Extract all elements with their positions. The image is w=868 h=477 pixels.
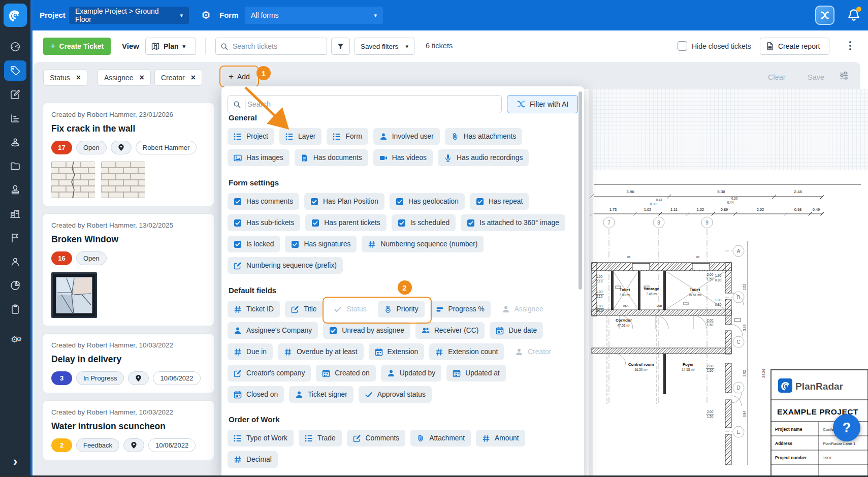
sidebar-item-contacts-icon[interactable]: [4, 251, 26, 272]
ticket-card[interactable]: Created by Robert Hammer, 10/03/2022 Del…: [43, 333, 214, 393]
clear-filters-button[interactable]: Clear: [768, 73, 786, 81]
filter-settings-sliders-icon[interactable]: [839, 71, 849, 82]
ticket-thumbnail-brick[interactable]: [101, 162, 145, 198]
sidebar-item-companies-icon[interactable]: [4, 204, 26, 224]
save-filters-button[interactable]: Save: [808, 73, 824, 81]
field-chip-numbering-sequence-prefix-[interactable]: Numbering sequence (prefix): [228, 257, 343, 274]
field-chip-numbering-sequence-number-[interactable]: Numbering sequence (number): [362, 236, 484, 252]
field-chip-has-documents[interactable]: Has documents: [295, 149, 368, 166]
saved-filters-dropdown[interactable]: Saved filters ▾: [355, 38, 414, 55]
field-chip-approval-status[interactable]: Approval status: [359, 386, 432, 403]
ticket-card[interactable]: Created by Robert Hammer, 10/03/2022 Wat…: [43, 400, 214, 460]
sidebar-item-clipboard-icon[interactable]: [4, 299, 26, 320]
field-chip-has-plan-position[interactable]: Has Plan Position: [304, 193, 384, 210]
sidebar-item-tickets-tag-icon[interactable]: [4, 60, 26, 81]
field-chip-due-in[interactable]: Due in: [228, 343, 273, 360]
field-chip-involved-user[interactable]: Involved user: [373, 128, 440, 145]
field-chip-is-attached-to-360-image[interactable]: Is attached to 360° image: [461, 214, 565, 231]
field-chip-due-date[interactable]: Due date: [490, 322, 543, 339]
field-chip-receiver-cc-[interactable]: Receiver (CC): [415, 322, 485, 339]
field-chip-project[interactable]: Project: [228, 128, 274, 145]
field-chip-is-locked[interactable]: Is locked: [228, 236, 280, 252]
field-chip-extension[interactable]: Extension: [369, 343, 425, 360]
field-chip-updated-by[interactable]: Updated by: [381, 365, 442, 381]
field-chip-updated-at[interactable]: Updated at: [446, 365, 506, 381]
field-chip-ticket-id[interactable]: Ticket ID: [228, 301, 280, 317]
field-chip-unread-by-assignee[interactable]: Unread by assignee: [323, 322, 410, 339]
filter-with-ai-button[interactable]: Filter with AI: [507, 95, 578, 113]
field-chip-created-on[interactable]: Created on: [316, 365, 375, 381]
field-chip-has-comments[interactable]: Has comments: [228, 193, 299, 210]
close-icon[interactable]: ×: [76, 73, 81, 82]
field-chip-creator-s-company[interactable]: Creator's company: [228, 365, 311, 381]
filter-chip-creator[interactable]: Creator×: [154, 69, 202, 86]
sidebar-item-forms-icon[interactable]: [4, 84, 26, 105]
sidebar-item-statistics-icon[interactable]: [4, 108, 26, 129]
ticket-card[interactable]: Created by Robert Hammer, 13/02/2025 Bro…: [43, 213, 214, 326]
more-options-kebab-icon[interactable]: [849, 40, 851, 52]
sidebar-item-pie-chart-icon[interactable]: [4, 275, 26, 296]
filter-chip-assignee[interactable]: Assignee×: [98, 69, 151, 86]
field-chip-has-repeat[interactable]: Has repeat: [470, 193, 529, 210]
ai-assistant-button[interactable]: [815, 6, 834, 25]
field-chip-progress-[interactable]: Progress %: [430, 301, 491, 317]
planradar-logo[interactable]: [4, 4, 27, 27]
close-icon[interactable]: ×: [191, 73, 196, 82]
field-chip-layer[interactable]: Layer: [279, 128, 322, 145]
field-chip-attachment[interactable]: Attachment: [410, 430, 471, 447]
ticket-card[interactable]: Created by Robert Hammer, 23/01/2026 Fix…: [43, 103, 214, 206]
project-settings-gear-icon[interactable]: ⚙: [201, 9, 211, 22]
form-dropdown[interactable]: All forms ▾: [245, 7, 383, 24]
svg-text:Control room: Control room: [628, 362, 654, 367]
hide-closed-tickets-toggle[interactable]: Hide closed tickets: [678, 41, 751, 51]
create-report-button[interactable]: Create report: [760, 38, 829, 55]
filter-search-input[interactable]: [246, 100, 482, 109]
field-chip-decimal[interactable]: Decimal: [228, 451, 278, 468]
field-chip-form[interactable]: Form: [327, 128, 368, 145]
floor-plan-viewer[interactable]: 3.965.382.480.410.300.300.441.731.021.11…: [584, 89, 868, 477]
add-filter-button[interactable]: + Add: [219, 66, 259, 87]
project-dropdown[interactable]: Example Project > Ground Floor ▾: [69, 7, 189, 24]
filter-funnel-button[interactable]: [331, 38, 350, 55]
field-chip-has-geolocation[interactable]: Has geolocation: [390, 193, 465, 210]
field-chip-comments[interactable]: Comments: [347, 430, 406, 447]
field-chip-has-parent-tickets[interactable]: Has parent tickets: [305, 214, 386, 231]
field-chip-has-sub-tickets[interactable]: Has sub-tickets: [228, 214, 300, 231]
field-chip-has-audio-recordings[interactable]: Has audio recordings: [438, 149, 529, 166]
sidebar-item-folder-icon[interactable]: [4, 156, 26, 176]
create-ticket-button[interactable]: + Create Ticket: [43, 38, 111, 55]
ticket-thumbnail-brick-cracked[interactable]: [51, 162, 95, 198]
field-chip-extension-count[interactable]: Extension count: [429, 343, 504, 360]
help-button[interactable]: ?: [833, 414, 860, 441]
field-chip-ticket-signer[interactable]: Ticket signer: [289, 386, 353, 403]
checkbox-unchecked-icon[interactable]: [678, 41, 687, 51]
field-chip-amount[interactable]: Amount: [476, 430, 525, 447]
field-chip-trade[interactable]: Trade: [299, 430, 342, 447]
sidebar-item-dashboard-icon[interactable]: [4, 37, 26, 57]
field-chip-has-images[interactable]: Has images: [228, 149, 290, 166]
sidebar-item-site-person-icon[interactable]: [4, 132, 26, 152]
field-chip-has-signatures[interactable]: Has signatures: [285, 236, 357, 252]
field-chip-assignee-s-company[interactable]: Assignee's Company: [228, 322, 318, 339]
field-chip-type-of-work[interactable]: Type of Work: [228, 430, 294, 447]
filter-chip-status[interactable]: Status×: [43, 69, 87, 86]
chevron-down-icon: ▾: [405, 43, 408, 50]
settings-gears-icon[interactable]: ⚙⚙: [4, 329, 26, 349]
field-chip-title[interactable]: Title: [285, 301, 323, 317]
field-chip-priority[interactable]: Priority: [378, 301, 425, 317]
sidebar-item-flag-icon[interactable]: [4, 228, 26, 248]
field-chip-has-attachments[interactable]: Has attachments: [445, 128, 523, 145]
close-icon[interactable]: ×: [140, 73, 144, 82]
field-chip-has-videos[interactable]: Has videos: [373, 149, 433, 166]
sidebar-expand-chevron-icon[interactable]: ›: [4, 451, 26, 471]
panel-scrollbar[interactable]: [578, 91, 582, 290]
notifications-bell-icon[interactable]: [847, 8, 861, 22]
sidebar-item-stamp-icon[interactable]: [4, 180, 26, 200]
field-chip-overdue-by-at-least[interactable]: Overdue by at least: [278, 343, 364, 360]
view-mode-dropdown[interactable]: Plan ▾: [145, 38, 196, 55]
field-chip-closed-on[interactable]: Closed on: [228, 386, 284, 403]
calendar-icon: [322, 369, 330, 377]
ticket-thumbnail-broken-window[interactable]: [51, 272, 97, 318]
field-chip-is-scheduled[interactable]: Is scheduled: [392, 214, 456, 231]
search-tickets-input[interactable]: [232, 42, 315, 51]
